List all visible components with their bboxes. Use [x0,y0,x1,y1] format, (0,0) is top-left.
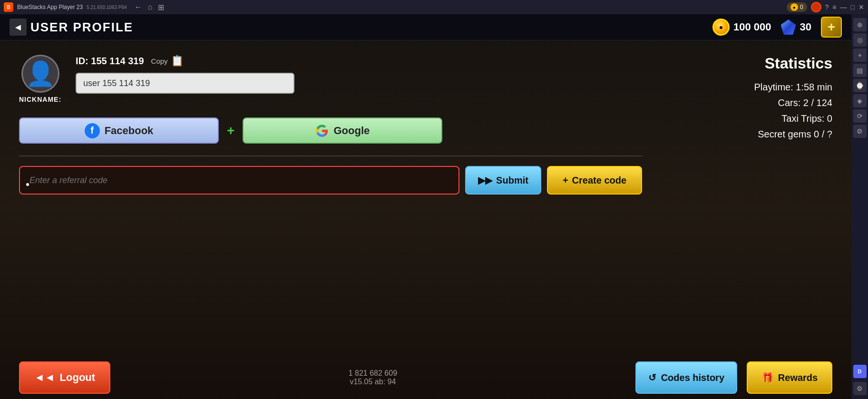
sidebar-icon-6[interactable]: ◈ [853,94,867,107]
logout-button[interactable]: ◄◄ Logout [19,361,110,394]
back-button[interactable]: ◄ USER PROFILE [10,19,133,36]
nickname-label: NICKNAME: [19,96,61,103]
sidebar-icon-8[interactable]: ⚙ [853,125,867,138]
logout-arrow-icon: ◄◄ [34,371,55,384]
nav-home-icon[interactable]: ⌂ [148,3,153,12]
facebook-button[interactable]: f Facebook [19,117,219,144]
user-id-row: ID: 155 114 319 Copy 📋 [76,55,642,67]
facebook-label: Facebook [105,125,154,137]
taxi-trips-label: Taxi Trips: 0 [781,113,832,124]
nav-back-icon[interactable]: ← [135,3,142,12]
social-buttons: f Facebook + Google [19,117,642,144]
sidebar-icon-5[interactable]: ⌚ [853,79,867,92]
menu-icon[interactable]: ≡ [832,3,836,11]
right-sidebar: ⊕ ◎ ⌖ ▤ ⌚ ◈ ⟳ ⚙ D ⚙ [851,14,868,399]
sidebar-icon-4[interactable]: ▤ [853,64,867,77]
submit-button[interactable]: ▶▶ Submit [465,166,541,195]
gem-amount: 30 [800,21,811,33]
user-id: ID: 155 114 319 [76,56,144,67]
app-name: BlueStacks App Player 23 [17,4,83,10]
nickname-input[interactable] [76,73,294,94]
nav-tabs-icon[interactable]: ⊞ [158,3,164,12]
submit-label: Submit [496,175,528,186]
main-content: 👤 NICKNAME: ID: 155 114 319 Copy 📋 [0,40,851,399]
referral-row: ▶▶ Submit + Create code [19,166,642,195]
left-panel: 👤 NICKNAME: ID: 155 114 319 Copy 📋 [0,40,661,399]
plus-between-icon: + [226,123,235,138]
user-info-row: 👤 NICKNAME: ID: 155 114 319 Copy 📋 [19,55,642,103]
copy-button[interactable]: Copy 📋 [151,55,184,67]
gold-coin-icon: ● [712,19,730,36]
create-code-button[interactable]: + Create code [547,166,642,195]
stat-cars: Cars: 2 / 124 [680,97,832,108]
stat-secret-gems: Secret gems 0 / ? [680,129,832,140]
referral-code-input[interactable] [19,166,459,195]
rewards-gift-icon: 🎁 [761,372,773,383]
bottom-bar: ◄◄ Logout 1 821 682 609 v15.05 ab: 94 ↺ … [0,356,851,399]
titlebar-coin-icon: ● [790,3,798,11]
sidebar-icon-2[interactable]: ◎ [853,33,867,47]
right-panel: Statistics Playtime: 1:58 min Cars: 2 / … [661,40,851,399]
gold-display: ● 100 000 [712,19,771,36]
facebook-icon: f [85,123,100,138]
gem-icon [781,19,796,35]
avatar-container: 👤 NICKNAME: [19,55,61,103]
copy-label: Copy [151,57,168,65]
app-version: 5.21.650.1063 P64 [87,5,127,10]
statistics-title: Statistics [680,55,832,72]
google-icon [315,124,329,137]
sidebar-settings-icon[interactable]: ⚙ [853,382,867,395]
help-icon[interactable]: ? [825,3,829,11]
secret-gems-label: Secret gems 0 / ? [758,129,832,140]
close-icon[interactable]: ✕ [858,3,864,11]
google-button[interactable]: Google [243,117,442,144]
top-bar-right: ● 100 000 30 + [712,17,842,38]
stat-taxi-trips: Taxi Trips: 0 [680,113,832,124]
rewards-button[interactable]: 🎁 Rewards [747,361,832,394]
google-label: Google [333,125,370,137]
bottom-center: 1 821 682 609 v15.05 ab: 94 [120,369,626,386]
page-title: USER PROFILE [30,20,133,35]
maximize-icon[interactable]: □ [851,3,855,11]
minimize-icon[interactable]: — [840,3,847,11]
top-bar: ◄ USER PROFILE ● 100 000 30 + [0,14,851,40]
titlebar-coin-count: 0 [800,4,803,10]
user-details: ID: 155 114 319 Copy 📋 [76,55,642,94]
playtime-label: Playtime: 1:58 min [754,82,832,93]
gold-amount: 100 000 [733,21,771,33]
logout-label: Logout [60,371,96,384]
titlebar: B BlueStacks App Player 23 5.21.650.1063… [0,0,868,14]
bluestacks-logo: B [4,2,13,12]
stat-playtime: Playtime: 1:58 min [680,82,832,93]
titlebar-right: ● 0 ? ≡ — □ ✕ [787,2,864,12]
discord-icon[interactable]: D [853,365,867,378]
avatar: 👤 [21,55,59,93]
rewards-label: Rewards [778,372,818,383]
codes-history-button[interactable]: ↺ Codes history [635,361,737,394]
create-code-label: Create code [572,175,627,186]
titlebar-avatar [811,2,821,12]
sidebar-icon-7[interactable]: ⟳ [853,109,867,123]
divider [19,156,642,156]
back-arrow-icon: ◄ [10,19,27,36]
submit-arrow-icon: ▶▶ [478,175,492,186]
titlebar-coin-display: ● 0 [787,2,807,12]
version-line1: 1 821 682 609 [349,369,397,378]
version-line2: v15.05 ab: 94 [350,378,396,386]
titlebar-nav: ← ⌂ ⊞ [135,3,165,12]
history-icon: ↺ [648,372,656,383]
create-plus-icon: + [563,175,568,186]
cars-label: Cars: 2 / 124 [778,97,832,108]
add-currency-button[interactable]: + [821,17,842,38]
codes-history-label: Codes history [661,372,724,383]
copy-icon: 📋 [171,55,184,67]
gem-display: 30 [781,19,811,35]
separator-dot [26,183,29,186]
sidebar-icon-3[interactable]: ⌖ [853,49,867,62]
game-area: ◄ USER PROFILE ● 100 000 30 + 👤 [0,14,851,399]
sidebar-icon-1[interactable]: ⊕ [853,18,867,31]
